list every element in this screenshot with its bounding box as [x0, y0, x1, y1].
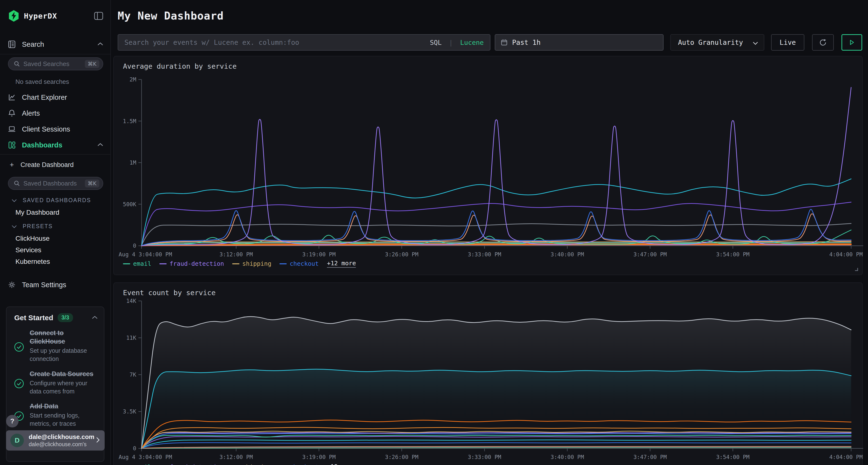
- gear-icon: [8, 281, 16, 289]
- time-range-picker[interactable]: Past 1h: [495, 34, 663, 51]
- y-tick-label: 2M: [129, 76, 136, 82]
- section-header-label: PRESETS: [23, 223, 53, 230]
- get-started-item-sources[interactable]: Create Data Sources Configure where your…: [6, 363, 104, 396]
- sidebar-item-clickhouse[interactable]: ClickHouse: [16, 235, 50, 242]
- legend-more-link[interactable]: +12 more: [327, 463, 356, 465]
- y-tick-label: 500K: [123, 201, 136, 207]
- get-started-item-desc: Set up your database connection: [30, 347, 90, 363]
- no-saved-searches-text: No saved searches: [16, 78, 69, 86]
- x-tick-label: 4:04:00 PM: [830, 454, 863, 460]
- sidebar-item-team-settings[interactable]: Team Settings: [8, 279, 103, 290]
- main-content: My New Dashboard Search your events w/ L…: [111, 0, 868, 465]
- y-tick-label: 7K: [129, 371, 136, 378]
- legend-item-checkout[interactable]: checkout: [279, 260, 318, 267]
- x-tick-label: 3:54:00 PM: [716, 251, 749, 258]
- create-dashboard-button[interactable]: + Create Dashboard: [8, 160, 103, 170]
- chevron-up-icon[interactable]: [92, 315, 98, 320]
- saved-dashboards-section-header[interactable]: SAVED DASHBOARDS: [11, 197, 91, 204]
- sidebar-collapse-icon[interactable]: [94, 12, 103, 20]
- get-started-item-title: Create Data Sources: [30, 370, 98, 378]
- live-button[interactable]: Live: [771, 34, 804, 51]
- toggle-divider: |: [449, 39, 453, 46]
- sidebar-item-label: Search: [22, 40, 44, 48]
- sidebar-item-chart-explorer[interactable]: Chart Explorer: [8, 92, 103, 103]
- x-tick-label: 3:54:00 PM: [716, 454, 749, 460]
- get-started-item-connect[interactable]: Connect to ClickHouse Set up your databa…: [6, 322, 104, 363]
- sidebar-item-search[interactable]: Search: [8, 39, 103, 49]
- lucene-toggle[interactable]: Lucene: [460, 39, 484, 46]
- series-line-cyan-wave: [142, 179, 851, 246]
- sidebar-item-kubernetes[interactable]: Kubernetes: [16, 258, 50, 266]
- refresh-button[interactable]: [812, 34, 834, 51]
- legend-label: fraud-detection: [169, 260, 224, 267]
- x-tick-label: 3:33:00 PM: [468, 454, 501, 460]
- divider: [0, 54, 111, 55]
- granularity-select[interactable]: Auto Granularity: [670, 34, 764, 51]
- section-header-label: SAVED DASHBOARDS: [23, 197, 91, 204]
- sql-toggle[interactable]: SQL: [430, 39, 442, 46]
- legend-item-email[interactable]: email: [123, 260, 151, 267]
- legend-item-fraud-detection[interactable]: fraud-detection: [159, 260, 224, 267]
- event-search-placeholder: Search your events w/ Lucene ex. column:…: [124, 38, 299, 46]
- legend-label: email: [133, 260, 151, 267]
- chevron-down-icon: [753, 38, 758, 46]
- presets-section-header[interactable]: PRESETS: [11, 223, 53, 230]
- chevron-up-icon[interactable]: [97, 42, 103, 46]
- sidebar-item-services[interactable]: Services: [16, 246, 41, 254]
- chevron-right-icon: [96, 437, 100, 444]
- legend-item-email[interactable]: email: [123, 464, 151, 465]
- get-started-item-title: Connect to ClickHouse: [30, 329, 78, 346]
- line-chart: 14K11K7K3.5K0Aug 4 3:04:00 PM3:12:00 PM3…: [114, 283, 863, 461]
- live-label: Live: [779, 38, 796, 46]
- saved-dashboards-input[interactable]: Saved Dashboards ⌘K: [8, 177, 103, 190]
- legend-item-fraud-detection[interactable]: fraud-detection: [159, 464, 224, 465]
- sidebar: HyperDX Search Saved Searches ⌘K No save…: [0, 0, 111, 465]
- x-tick-label: Aug 4 3:04:00 PM: [119, 251, 172, 258]
- time-range-value: Past 1h: [512, 38, 540, 46]
- chart-panel-event-count[interactable]: Event count by service 14K11K7K3.5K0Aug …: [113, 283, 863, 465]
- get-started-item-add-data[interactable]: Add Data Start sending logs, metrics, or…: [6, 395, 104, 428]
- legend-item-shipping[interactable]: shipping: [232, 260, 271, 267]
- x-tick-label: 3:12:00 PM: [219, 251, 253, 258]
- saved-searches-placeholder: Saved Searches: [23, 60, 69, 68]
- dashboard-controls: Search your events w/ Lucene ex. column:…: [111, 34, 868, 51]
- get-started-item-desc: Start sending logs, metrics, or traces: [30, 411, 88, 428]
- legend-item-checkout[interactable]: checkout: [279, 464, 318, 465]
- plus-icon: +: [8, 161, 16, 169]
- page-title: My New Dashboard: [118, 10, 224, 22]
- calendar-icon: [501, 39, 507, 46]
- legend-item-shipping[interactable]: shipping: [232, 464, 271, 465]
- legend-more-link[interactable]: +12 more: [327, 260, 356, 268]
- legend-dash-icon: [279, 263, 287, 264]
- shortcut-badge: ⌘K: [85, 179, 99, 188]
- x-tick-label: 3:26:00 PM: [385, 251, 418, 258]
- brand-name: HyperDX: [24, 11, 57, 20]
- avatar: D: [10, 434, 24, 447]
- sidebar-item-alerts[interactable]: Alerts: [8, 108, 103, 119]
- sidebar-item-my-dashboard[interactable]: My Dashboard: [16, 209, 59, 217]
- legend-dash-icon: [159, 263, 166, 264]
- x-tick-label: 3:26:00 PM: [385, 454, 418, 460]
- x-tick-label: 3:40:00 PM: [551, 454, 584, 460]
- event-search-input[interactable]: Search your events w/ Lucene ex. column:…: [118, 34, 490, 51]
- series-line-gray-wave: [142, 224, 851, 246]
- y-tick-label: 11K: [126, 335, 136, 341]
- user-org: dale@clickhouse.com's: [29, 441, 94, 448]
- run-query-button[interactable]: [841, 34, 862, 51]
- get-started-title: Get Started: [14, 314, 53, 322]
- legend-dash-icon: [232, 263, 240, 264]
- sidebar-item-client-sessions[interactable]: Client Sessions: [8, 124, 103, 134]
- y-tick-label: 0: [133, 445, 136, 452]
- chevron-up-icon[interactable]: [97, 143, 103, 147]
- sidebar-item-dashboards[interactable]: Dashboards: [8, 140, 103, 150]
- sidebar-item-label: Dashboards: [22, 141, 62, 149]
- resize-handle-icon[interactable]: [854, 267, 858, 272]
- chart-panel-avg-duration[interactable]: Average duration by service 2M1.5M1M500K…: [113, 56, 863, 275]
- help-button[interactable]: ?: [6, 415, 19, 427]
- x-tick-label: 3:47:00 PM: [633, 454, 667, 460]
- query-language-toggle: SQL | Lucene: [430, 39, 484, 46]
- user-email: dale@clickhouse.com: [29, 433, 94, 441]
- legend-label: shipping: [242, 260, 271, 267]
- user-account-chip[interactable]: D dale@clickhouse.com dale@clickhouse.co…: [6, 430, 105, 451]
- saved-searches-input[interactable]: Saved Searches ⌘K: [8, 57, 103, 70]
